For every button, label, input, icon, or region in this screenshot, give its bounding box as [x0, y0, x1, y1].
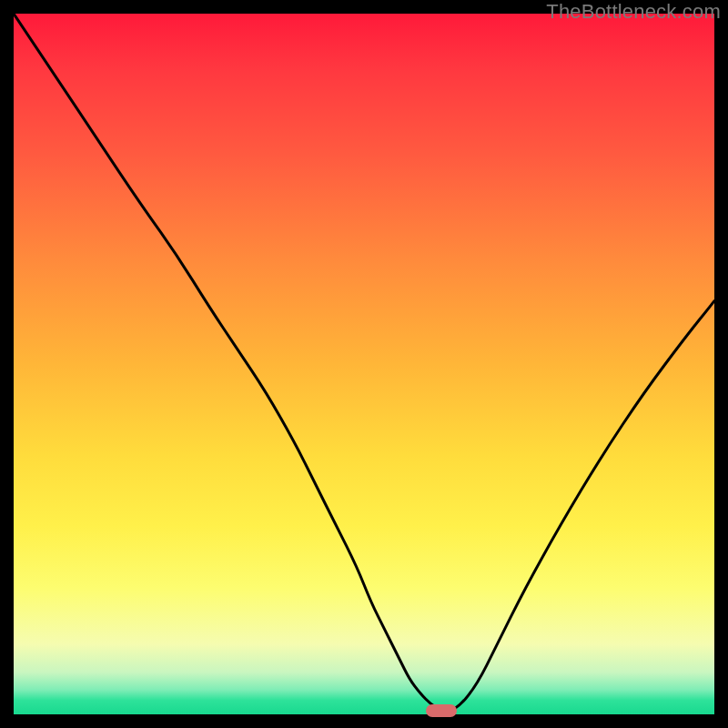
plot-area [14, 14, 714, 714]
chart-frame: TheBottleneck.com [0, 0, 728, 728]
minimum-marker [426, 704, 457, 717]
bottleneck-curve [14, 14, 714, 714]
attribution-watermark: TheBottleneck.com [546, 0, 721, 24]
